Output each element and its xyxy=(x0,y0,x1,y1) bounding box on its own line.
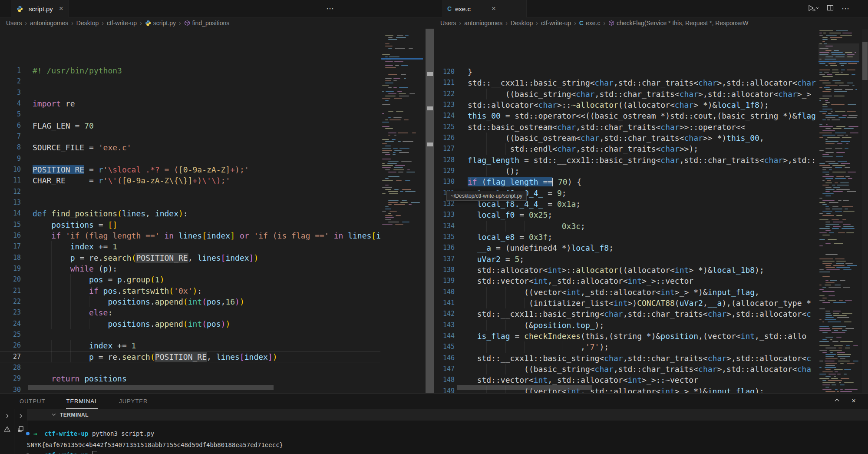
breadcrumb-item[interactable]: script.py xyxy=(153,20,176,27)
breadcrumb-item[interactable]: Users xyxy=(6,20,22,27)
code-line[interactable]: std::basic_ostream<char,std::char_traits… xyxy=(468,122,745,133)
minimap-line xyxy=(835,285,841,285)
terminal-prompt-line[interactable]: → ctf-write-up xyxy=(26,451,97,454)
minimap-line xyxy=(838,232,845,233)
minimap-line xyxy=(402,189,411,190)
terminal-output-line[interactable]: SNYK{6af6761359c4b442f534071351518abb715… xyxy=(27,441,283,448)
minimap-line xyxy=(406,172,415,172)
minimap-line xyxy=(832,341,839,342)
maximize-panel-icon[interactable] xyxy=(834,397,840,405)
code-line[interactable]: while (p): xyxy=(33,263,117,274)
code-line[interactable]: __a = (undefined4 *)local_f8; xyxy=(468,242,614,253)
code-line[interactable]: local_e8 = 0x3f; xyxy=(468,232,552,242)
breadcrumb-item[interactable]: checkFlag(Service * this, Request *, Res… xyxy=(617,20,748,27)
minimap-line xyxy=(819,289,824,290)
code-line[interactable]: if pos.startswith('0x'): xyxy=(33,285,202,296)
breadcrumb-item[interactable]: antoniogomes xyxy=(30,20,68,27)
split-editor-icon[interactable] xyxy=(827,4,834,13)
tab-jupyter[interactable]: JUPYTER xyxy=(119,394,148,409)
code-line[interactable]: ((basic_ostream<char,std::char_traits<ch… xyxy=(468,133,764,143)
tab-terminal[interactable]: TERMINAL xyxy=(66,394,98,409)
code-line[interactable]: index += 1 xyxy=(33,241,117,252)
scrollbar-vertical-left[interactable] xyxy=(426,29,434,393)
code-line[interactable]: 0x3c; xyxy=(468,221,585,232)
breadcrumb-item[interactable]: find_positions xyxy=(192,20,230,27)
more-actions-icon[interactable]: ⋯ xyxy=(842,4,850,13)
scrollbar-horizontal-right[interactable] xyxy=(457,385,592,390)
code-line[interactable]: } xyxy=(468,66,472,77)
scrollbar-horizontal-left[interactable] xyxy=(28,385,274,390)
code-line[interactable]: if 'if (flag_length ==' in lines[index] … xyxy=(33,230,380,241)
code-line[interactable]: uVar2 = 5; xyxy=(468,254,524,265)
code-line[interactable]: positions.append(int(pos)) xyxy=(33,318,230,329)
tab-exe-c[interactable]: C exe.c × xyxy=(442,0,527,17)
tab-script-py[interactable]: script.py × xyxy=(11,0,69,17)
code-line[interactable]: (); xyxy=(468,166,519,176)
code-line[interactable]: std::__cxx11::basic_string<char,std::cha… xyxy=(468,353,811,364)
code-line[interactable]: else: xyxy=(33,307,112,318)
scrollbar-thumb[interactable] xyxy=(862,42,868,80)
code-line[interactable]: SOURCE_FILE = 'exe.c' xyxy=(33,142,132,153)
chevron-right-icon[interactable] xyxy=(4,413,10,421)
tab-output[interactable]: OUTPUT xyxy=(20,394,45,409)
code-line[interactable]: std::endl<char,std::char_traits<char>>); xyxy=(468,143,698,154)
code-line[interactable]: ((vector<int,_std::allocator<int>_> *)&i… xyxy=(468,287,759,298)
close-panel-icon[interactable]: × xyxy=(851,397,856,405)
code-line[interactable]: std::allocator<char>::~allocator((alloca… xyxy=(468,99,769,110)
code-line[interactable]: if (flag_length == 70) { xyxy=(468,176,581,187)
code-line[interactable]: p = re.search(POSITION_RE, lines[index]) xyxy=(33,351,277,362)
terminal-command-decoration-icon[interactable] xyxy=(26,432,30,435)
code-line[interactable]: index += 1 xyxy=(33,340,136,351)
code-line[interactable]: p = re.search(POSITION_RE, lines[index]) xyxy=(33,252,258,263)
minimap-line xyxy=(845,176,849,177)
terminal-command-line[interactable]: → ctf-write-up python3 script.py xyxy=(26,430,154,437)
breadcrumb-item[interactable]: ctf-write-up xyxy=(107,20,137,27)
code-line[interactable]: #! /usr/bin/python3 xyxy=(33,65,122,76)
code-line[interactable]: local_f0 = 0x25; xyxy=(468,209,552,220)
minimap-left[interactable] xyxy=(381,35,423,228)
warning-icon[interactable] xyxy=(4,426,10,434)
code-line[interactable]: def find_positions(lines, index): xyxy=(33,208,188,219)
run-python-file-icon[interactable] xyxy=(808,4,819,13)
code-line[interactable]: std::__cxx11::basic_string<char,std::cha… xyxy=(468,77,816,88)
close-icon[interactable]: × xyxy=(59,4,63,13)
breadcrumb-item[interactable]: Users xyxy=(440,20,456,27)
code-line[interactable]: std::vector<int,_std::allocator<int>_>::… xyxy=(468,374,698,385)
code-line[interactable]: ,'7'); xyxy=(468,341,609,352)
more-actions-icon[interactable]: ⋯ xyxy=(326,4,334,13)
editor-script-py[interactable]: 1#! /usr/bin/python3234import re56FLAG_L… xyxy=(0,29,380,393)
code-line[interactable]: (initializer_list<int>)CONCAT88(uVar2,__… xyxy=(468,298,811,308)
breadcrumb-item[interactable]: Desktop xyxy=(76,20,99,27)
breadcrumb-item[interactable]: ctf-write-up xyxy=(541,20,571,27)
code-line[interactable]: ((basic_string<char,std::char_traits<cha… xyxy=(468,89,816,99)
chevron-right-icon[interactable] xyxy=(18,413,23,421)
breadcrumb-item[interactable]: Desktop xyxy=(511,20,533,27)
code-line[interactable]: flag_length = std::__cxx11::basic_string… xyxy=(468,155,816,166)
code-line[interactable]: is_flag = checkIndexes(this,(string *)&p… xyxy=(468,331,806,341)
code-line[interactable]: import re xyxy=(33,98,75,109)
scrollbar-vertical-right[interactable] xyxy=(862,29,868,393)
code-line[interactable]: (&position.top_); xyxy=(468,320,604,331)
code-line[interactable]: std::allocator<int>::allocator((allocato… xyxy=(468,265,764,275)
debug-window-icon[interactable] xyxy=(17,426,24,434)
breadcrumb-item[interactable]: antoniogomes xyxy=(464,20,502,27)
line-number: 16 xyxy=(0,230,21,241)
code-line[interactable]: std::vector<int,_std::allocator<int>_>::… xyxy=(468,275,693,286)
breadcrumb-item[interactable]: exe.c xyxy=(586,20,600,27)
terminal-section-header[interactable]: TERMINAL xyxy=(27,409,868,421)
close-icon[interactable]: × xyxy=(492,4,496,13)
code-line[interactable]: pos = p.group(1) xyxy=(33,274,164,285)
code-line[interactable]: FLAG_LEN = 70 xyxy=(33,120,94,131)
editor-exe-c[interactable]: 120}121std::__cxx11::basic_string<char,s… xyxy=(434,29,816,393)
minimap-line xyxy=(847,111,855,112)
minimap-line xyxy=(832,332,845,333)
code-line[interactable]: ((basic_string<char,std::char_traits<cha… xyxy=(468,364,811,374)
code-line[interactable]: return positions xyxy=(33,373,127,384)
code-line[interactable]: this_00 = std::operator<<((basic_ostream… xyxy=(468,110,816,121)
code-line[interactable]: POSITION_RE = r'\slocal_.*? = ([0-9a-zA-… xyxy=(33,164,249,175)
code-line[interactable]: std::__cxx11::basic_string<char,std::cha… xyxy=(468,308,811,319)
code-line[interactable]: positions = [] xyxy=(33,219,117,230)
code-line[interactable]: positions.append(int(pos,16)) xyxy=(33,296,244,307)
code-line[interactable]: CHAR_RE = r'\'([0-9a-zA-Z\{\}]+)\'\);' xyxy=(33,175,230,186)
minimap-right[interactable] xyxy=(818,30,859,393)
